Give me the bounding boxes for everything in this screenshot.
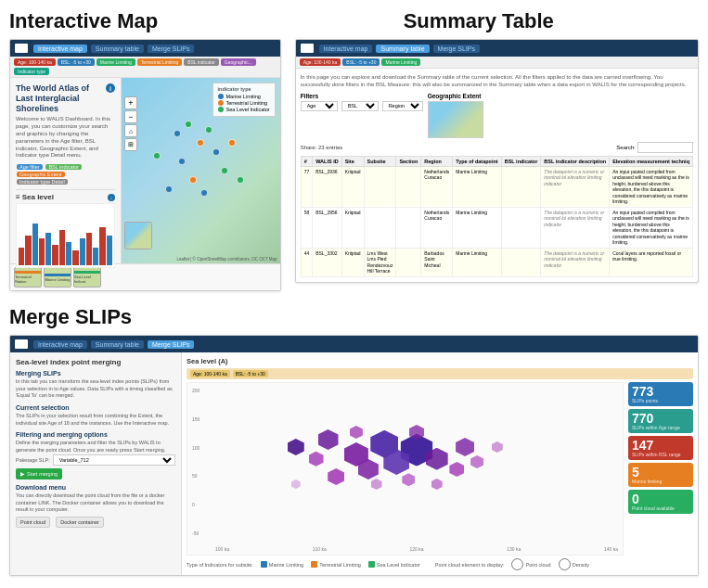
tab-interactive-merge[interactable]: Interactive map bbox=[33, 340, 87, 349]
tab-merge-slips-summary[interactable]: Merge SLIPs bbox=[433, 45, 480, 53]
scatter-plot: 200 150 100 50 0 -50 bbox=[187, 382, 624, 556]
map-dot[interactable] bbox=[185, 121, 192, 128]
age-filter-chip[interactable]: Age: 100-140 ka bbox=[14, 58, 56, 66]
map-layers-btn[interactable]: ⊞ bbox=[124, 138, 137, 151]
cell-region: Netherlands Curacao bbox=[421, 207, 453, 248]
map-dot[interactable] bbox=[200, 189, 208, 197]
bsl-tag[interactable]: BSL indicator bbox=[45, 164, 82, 170]
sum-marine-chip[interactable]: Marine Limiting bbox=[381, 58, 420, 66]
map-dot[interactable] bbox=[197, 139, 204, 147]
marine-legend-text: Marine Limiting bbox=[269, 562, 303, 568]
stat-slips-age-num: 770 bbox=[632, 412, 689, 425]
indicator-type-chip[interactable]: Indicator type bbox=[14, 68, 49, 75]
cell-subsite bbox=[364, 166, 396, 207]
marine-legend-label: Marine Limiting bbox=[226, 94, 261, 99]
col-walis-id: WALIS ID bbox=[313, 156, 341, 166]
marine-filter-chip[interactable]: Marine Limiting bbox=[97, 58, 135, 66]
legend-sea-level: Sea Level Indicator bbox=[218, 107, 270, 112]
sea-level-legend-text: Sea Level Indicator bbox=[377, 562, 420, 568]
map-dot[interactable] bbox=[212, 148, 220, 156]
tab-merge-slips[interactable]: Merge SLIPs bbox=[148, 340, 194, 349]
bsl-indicator-chip[interactable]: BSL indicator bbox=[184, 58, 219, 66]
share-row: Share: 23 entries Search: bbox=[301, 142, 693, 153]
density-radio[interactable] bbox=[559, 558, 571, 570]
current-selection-section: Current selection The SLIPs in your sele… bbox=[16, 404, 175, 427]
filters-column: Filters Age BSL Region bbox=[301, 93, 423, 114]
chart-filter-bar: Age: 100-140 ka BSL: -5 to +30 bbox=[187, 368, 693, 379]
chart-container: Sea level (A) Age: 100-140 ka BSL: -5 to… bbox=[187, 357, 693, 570]
geographic-chip[interactable]: Geographic... bbox=[221, 58, 256, 66]
cell-type: Marine Limiting bbox=[453, 248, 501, 276]
tab-summary-table-map[interactable]: Summary table bbox=[91, 45, 144, 53]
map-dot[interactable] bbox=[221, 167, 228, 174]
bsl-select[interactable]: BSL bbox=[341, 101, 379, 111]
sea-level-info-icon[interactable]: ↓ bbox=[108, 194, 115, 201]
tab-merge-slips-map[interactable]: Merge SLIPs bbox=[148, 45, 194, 53]
age-select[interactable]: Age bbox=[301, 101, 338, 111]
stat-marine-num: 5 bbox=[632, 466, 689, 479]
point-cloud-radio[interactable] bbox=[511, 558, 523, 570]
info-icon[interactable]: i bbox=[106, 83, 115, 93]
cell-walis-id: BSL_2936 bbox=[313, 166, 341, 207]
stat-slips-total-label: SLIPs points bbox=[632, 398, 689, 403]
interactive-map-panel: Interactive map Summary table Merge SLIP… bbox=[9, 39, 281, 291]
map-dot[interactable] bbox=[178, 158, 186, 165]
summary-description: In this page you can explore and downloa… bbox=[301, 73, 693, 89]
cell-type: Marine Limiting bbox=[453, 166, 501, 207]
docker-btn[interactable]: Docker container bbox=[56, 517, 104, 528]
tab-summary-merge[interactable]: Summary table bbox=[91, 340, 144, 349]
cell-elevation: An input pasted compiled from unclassed … bbox=[610, 166, 693, 207]
filtering-text: Define the merging parameters and filter… bbox=[16, 440, 175, 454]
map-legend: indicator type Marine Limiting Terrestri… bbox=[212, 83, 276, 117]
legend-marine-limiting: Marine Limiting bbox=[261, 561, 303, 568]
col-bsl-desc: BSL indicator description bbox=[541, 156, 610, 166]
filtering-title: Filtering and merging options bbox=[16, 431, 175, 438]
bsl-filter-chip[interactable]: BSL: -5 to +30 bbox=[58, 58, 95, 66]
legend-marine: Marine Limiting bbox=[218, 94, 270, 99]
merge-chart-area: Sea level (A) Age: 100-140 ka BSL: -5 to… bbox=[182, 352, 698, 575]
search-input[interactable] bbox=[637, 142, 693, 153]
chart-age-chip[interactable]: Age: 100-140 ka bbox=[190, 370, 230, 377]
tab-interactive-map[interactable]: Interactive map bbox=[33, 45, 87, 53]
bottom-legend: Type of Indicators for subsite: Marine L… bbox=[187, 558, 693, 570]
tab-interactive-map-summary[interactable]: Interactive map bbox=[319, 45, 373, 53]
legend-terrestrial: Terrestrial Limiting bbox=[218, 100, 270, 106]
map-dot[interactable] bbox=[228, 139, 236, 147]
type-tag[interactable]: Indicator type Detail bbox=[17, 179, 68, 185]
stat-slips-total-num: 773 bbox=[632, 385, 689, 398]
stat-slips-age-label: SLIPs within Age range bbox=[632, 425, 689, 430]
map-dot[interactable] bbox=[153, 152, 161, 160]
stat-slips-rsl: 147 SLIPs within RSL range bbox=[628, 436, 693, 460]
zoom-out-btn[interactable]: − bbox=[124, 110, 137, 123]
filter-slip-select[interactable]: Variable_712 bbox=[53, 454, 175, 466]
terrestrial-filter-chip[interactable]: Terrestrial Limiting bbox=[137, 58, 183, 66]
start-merging-btn[interactable]: ▶ Start merging bbox=[16, 468, 62, 479]
thumb-sea-level: Sea Level Indicat. bbox=[73, 267, 101, 288]
map-home-btn[interactable]: ⌂ bbox=[124, 124, 137, 137]
map-dot[interactable] bbox=[165, 185, 173, 193]
summary-table-section-title: Summary Table bbox=[404, 9, 554, 33]
map-dot[interactable] bbox=[237, 176, 244, 184]
point-cloud-btn[interactable]: Point cloud bbox=[16, 517, 50, 528]
age-tag[interactable]: Age filter bbox=[17, 164, 43, 170]
region-select[interactable]: Region bbox=[382, 101, 423, 111]
tab-summary-table[interactable]: Summary table bbox=[376, 45, 429, 53]
sum-age-chip[interactable]: Age: 100-140 ka bbox=[300, 58, 341, 66]
chart-title: Sea level (A) bbox=[187, 357, 228, 365]
type-legend-label: Type of Indicators for subsite: bbox=[187, 562, 253, 568]
sum-bsl-chip[interactable]: BSL: -5 to +30 bbox=[342, 58, 380, 66]
stat-marine: 5 Marine limiting bbox=[628, 463, 693, 487]
filtering-section: Filtering and merging options Define the… bbox=[16, 431, 175, 479]
map-minimap bbox=[124, 222, 152, 249]
chart-bsl-chip[interactable]: BSL: -5 to +30 bbox=[233, 370, 268, 377]
zoom-in-btn[interactable]: + bbox=[124, 96, 137, 109]
geo-tag[interactable]: Geographic Extent bbox=[17, 172, 65, 177]
sea-level-label: Sea level bbox=[22, 193, 54, 201]
map-dot[interactable] bbox=[174, 130, 181, 137]
merging-slips-title: Merging SLIPs bbox=[16, 370, 175, 377]
current-selection-title: Current selection bbox=[16, 404, 175, 411]
stat-cloud: 0 Point cloud available bbox=[628, 490, 693, 514]
map-dot[interactable] bbox=[189, 176, 197, 184]
map-dot[interactable] bbox=[205, 126, 212, 134]
map-controls: + − ⌂ ⊞ bbox=[124, 96, 137, 151]
